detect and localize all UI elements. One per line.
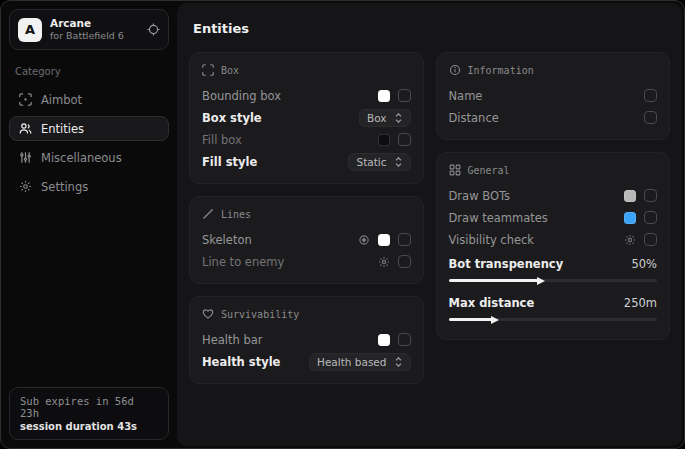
card-lines: Lines Skeleton	[189, 196, 424, 284]
visibility-config-gear-icon[interactable]	[624, 234, 636, 246]
setting-row-health-bar: Health bar	[202, 329, 411, 350]
draw-teammates-checkbox[interactable]	[644, 211, 657, 224]
sidebar: A Arcane for Battlefield 6 Category	[1, 1, 177, 448]
grid-icon	[449, 164, 461, 176]
gear-icon	[18, 180, 32, 193]
health-style-dropdown[interactable]: Health based	[309, 353, 411, 371]
max-distance-slider-group: Max distance 250m	[449, 294, 658, 321]
sidebar-item-miscellaneous[interactable]: Miscellaneous	[9, 145, 169, 170]
bot-transparency-slider-group: Bot transpenency 50%	[449, 255, 658, 282]
slider-thumb[interactable]	[491, 316, 499, 324]
users-icon	[18, 122, 32, 135]
distance-checkbox[interactable]	[644, 111, 657, 124]
line-config-gear-icon[interactable]	[378, 256, 390, 268]
skeleton-checkbox[interactable]	[398, 233, 411, 246]
page-title: Entities	[193, 21, 670, 36]
category-label: Category	[15, 66, 163, 77]
setting-row-draw-teammates: Draw teammates	[449, 207, 658, 228]
color-swatch[interactable]	[378, 234, 390, 246]
sidebar-item-settings[interactable]: Settings	[9, 174, 169, 199]
session-duration-text: session duration 43s	[20, 421, 158, 432]
card-title-label: Box	[221, 65, 239, 76]
sidebar-item-entities[interactable]: Entities	[9, 116, 169, 141]
card-general: General Draw BOTs Draw teammates	[436, 152, 671, 340]
max-distance-slider[interactable]	[449, 318, 658, 321]
fill-style-dropdown[interactable]: Static	[348, 153, 410, 171]
setting-row-skeleton: Skeleton	[202, 229, 411, 250]
fill-box-checkbox[interactable]	[398, 133, 411, 146]
setting-row-fill-style: Fill style Static	[202, 151, 411, 172]
card-title-label: General	[468, 165, 510, 176]
color-swatch[interactable]	[624, 190, 636, 202]
max-distance-value: 250m	[624, 296, 657, 310]
app-window: A Arcane for Battlefield 6 Category	[0, 0, 685, 449]
bounding-box-checkbox[interactable]	[398, 89, 411, 102]
heart-icon	[202, 308, 214, 320]
scan-box-icon	[202, 64, 214, 76]
sub-expiry-text: Sub expires in 56d 23h	[20, 395, 158, 419]
setting-row-distance: Distance	[449, 107, 658, 128]
card-title-label: Lines	[221, 209, 251, 220]
name-checkbox[interactable]	[644, 89, 657, 102]
setting-row-box-style: Box style Box	[202, 107, 411, 128]
card-survivability: Survivability Health bar Health style He…	[189, 296, 424, 384]
sliders-icon	[18, 151, 32, 164]
sidebar-item-aimbot[interactable]: Aimbot	[9, 87, 169, 112]
subscription-info: Sub expires in 56d 23h session duration …	[9, 387, 169, 440]
box-style-dropdown[interactable]: Box	[359, 109, 411, 127]
skeleton-config-icon[interactable]	[358, 234, 370, 246]
visibility-check-checkbox[interactable]	[644, 233, 657, 246]
draw-bots-checkbox[interactable]	[644, 189, 657, 202]
card-title-label: Survivability	[221, 309, 299, 320]
color-swatch[interactable]	[378, 90, 390, 102]
card-information: Information Name Distance	[436, 52, 671, 140]
line-to-enemy-checkbox[interactable]	[398, 255, 411, 268]
app-subtitle: for Battlefield 6	[50, 30, 139, 42]
crosshair-icon[interactable]	[147, 23, 160, 36]
sidebar-item-label: Aimbot	[41, 93, 82, 107]
bot-transparency-slider[interactable]	[449, 279, 658, 282]
sidebar-item-label: Entities	[41, 122, 84, 136]
chevron-up-down-icon	[394, 113, 403, 123]
setting-row-bounding-box: Bounding box	[202, 85, 411, 106]
sidebar-item-label: Miscellaneous	[41, 151, 122, 165]
app-name: Arcane	[50, 17, 139, 30]
setting-row-health-style: Health style Health based	[202, 351, 411, 372]
chevron-up-down-icon	[394, 357, 403, 367]
app-logo: A	[18, 18, 42, 42]
app-logo-card: A Arcane for Battlefield 6	[9, 9, 169, 50]
slider-thumb[interactable]	[537, 277, 545, 285]
card-box: Box Bounding box Box style Box	[189, 52, 424, 184]
main-panel: Entities Box B	[177, 3, 682, 446]
chevron-up-down-icon	[394, 157, 403, 167]
setting-row-fill-box: Fill box	[202, 129, 411, 150]
setting-row-line-to-enemy: Line to enemy	[202, 251, 411, 272]
card-title-label: Information	[468, 65, 534, 76]
bot-transparency-value: 50%	[631, 257, 657, 271]
color-swatch[interactable]	[624, 212, 636, 224]
setting-row-name: Name	[449, 85, 658, 106]
sidebar-item-label: Settings	[41, 180, 88, 194]
setting-row-visibility-check: Visibility check	[449, 229, 658, 250]
pencil-line-icon	[202, 208, 214, 220]
color-swatch[interactable]	[378, 334, 390, 346]
color-swatch[interactable]	[378, 134, 390, 146]
info-icon	[449, 64, 461, 76]
health-bar-checkbox[interactable]	[398, 333, 411, 346]
aimbot-scan-icon	[18, 93, 32, 106]
setting-row-draw-bots: Draw BOTs	[449, 185, 658, 206]
